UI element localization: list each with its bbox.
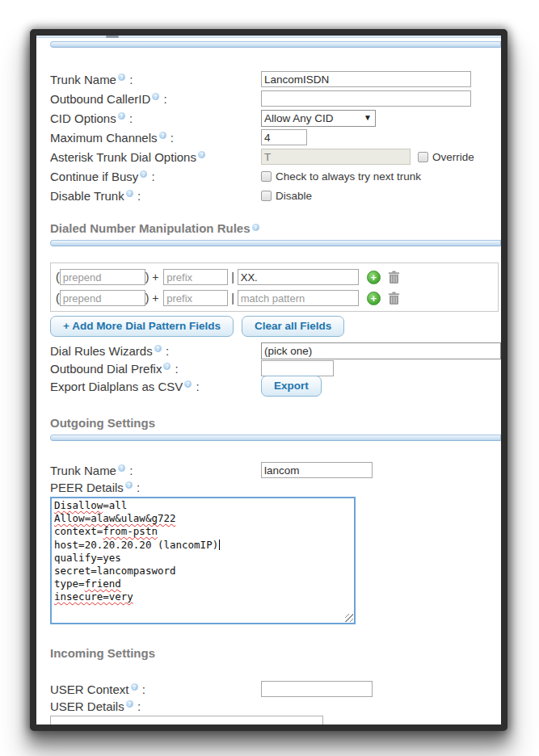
help-icon[interactable]: ? xyxy=(198,151,205,158)
user-details-label-row: USER Details? : xyxy=(36,699,501,713)
outgoing-trunk-name-label: Trunk Name? : xyxy=(50,464,261,477)
dial-rules-wizards-select[interactable]: (pick one) xyxy=(261,342,501,359)
peer-details-label: PEER Details? : xyxy=(50,481,261,494)
separator: | xyxy=(228,292,237,304)
section-divider-bar xyxy=(50,41,501,48)
separator: | xyxy=(228,271,237,284)
cid-options-row: CID Options? : Allow Any CID▼ xyxy=(36,108,501,128)
peer-details-line: Disallow=all xyxy=(54,499,352,512)
trunk-config-page: Trunk Name? : Outbound CallerID? : CID O… xyxy=(36,36,501,724)
outgoing-trunk-name-row: Trunk Name? : xyxy=(36,460,501,480)
top-edge-marker xyxy=(106,36,119,38)
outbound-callerid-row: Outbound CallerID? : xyxy=(36,89,501,108)
help-icon[interactable]: ? xyxy=(152,93,159,100)
resize-handle[interactable] xyxy=(345,614,353,622)
peer-details-line: context=from-pstn xyxy=(54,525,352,538)
user-details-textarea[interactable] xyxy=(50,716,323,724)
prefix-input[interactable] xyxy=(163,290,228,306)
help-icon[interactable]: ? xyxy=(118,464,125,472)
add-row-icon[interactable]: + xyxy=(367,292,381,305)
maximum-channels-label: Maximum Channels? : xyxy=(50,131,261,145)
outbound-dial-prefix-row: Outbound Dial Prefix? : xyxy=(36,359,501,377)
help-icon[interactable]: ? xyxy=(159,132,166,139)
peer-details-line: host=20.20.20.20 (lancomIP) xyxy=(54,539,352,552)
user-context-input[interactable] xyxy=(261,681,373,697)
trunk-name-label: Trunk Name? : xyxy=(50,73,261,86)
help-icon[interactable]: ? xyxy=(131,683,138,691)
help-icon[interactable]: ? xyxy=(140,170,147,178)
help-icon[interactable]: ? xyxy=(252,224,259,231)
continue-if-busy-row: Continue if Busy? : Check to always try … xyxy=(36,166,501,186)
dial-rules-form: Dial Rules Wizards? : (pick one) Outboun… xyxy=(36,342,501,395)
peer-details-line: type=friend xyxy=(54,578,352,590)
outgoing-trunk-name-input[interactable] xyxy=(261,462,373,478)
disable-trunk-hint: Disable xyxy=(276,190,312,202)
help-icon[interactable]: ? xyxy=(184,380,192,388)
separator: ) + xyxy=(145,292,162,304)
override-label: Override xyxy=(432,151,474,163)
prefix-input[interactable] xyxy=(163,269,228,285)
help-icon[interactable]: ? xyxy=(163,363,171,370)
help-icon[interactable]: ? xyxy=(154,345,162,352)
match-pattern-input[interactable] xyxy=(238,269,359,285)
user-context-label: USER Context? : xyxy=(50,682,261,696)
maximum-channels-input[interactable] xyxy=(261,129,307,145)
continue-if-busy-hint: Check to always try next trunk xyxy=(276,170,421,183)
match-pattern-input[interactable] xyxy=(238,290,359,306)
maximum-channels-row: Maximum Channels? : xyxy=(36,128,501,147)
trash-icon[interactable] xyxy=(388,292,400,305)
help-icon[interactable]: ? xyxy=(118,112,125,120)
incoming-settings-form: USER Context? : USER Details? : xyxy=(36,679,501,724)
export-dialplans-label: Export Dialplans as CSV? : xyxy=(50,380,261,393)
dialed-number-rules-heading: Dialed Number Manipulation Rules? xyxy=(50,221,501,235)
export-button[interactable]: Export xyxy=(261,376,322,397)
cid-options-label: CID Options? : xyxy=(50,111,261,125)
continue-if-busy-checkbox[interactable] xyxy=(261,171,272,182)
peer-details-textarea[interactable]: Disallow=allAllow=alaw&ulaw&g722context=… xyxy=(50,497,356,624)
disable-trunk-label: Disable Trunk? : xyxy=(50,189,261,203)
separator: ) + xyxy=(145,271,162,284)
outbound-dial-prefix-label: Outbound Dial Prefix? : xyxy=(50,362,261,376)
dial-rules-wizards-row: Dial Rules Wizards? : (pick one) xyxy=(36,342,501,359)
prepend-input[interactable] xyxy=(60,269,145,285)
dial-pattern-row: () + | + xyxy=(56,268,493,286)
help-icon[interactable]: ? xyxy=(126,700,133,708)
dial-pattern-rules-box: () + | + () + | + xyxy=(50,262,499,312)
peer-details-line: Allow=alaw&ulaw&g722 xyxy=(54,512,352,525)
peer-details-line: secret=lancompasword xyxy=(54,565,352,578)
prepend-input[interactable] xyxy=(60,290,145,306)
continue-if-busy-label: Continue if Busy? : xyxy=(50,170,261,183)
dial-options-input xyxy=(261,149,411,165)
dial-options-row: Asterisk Trunk Dial Options? Override xyxy=(36,147,501,166)
top-edge-strip xyxy=(36,36,501,38)
dial-rules-wizards-label: Dial Rules Wizards? : xyxy=(50,344,261,358)
help-icon[interactable]: ? xyxy=(126,190,133,197)
general-settings-form: Trunk Name? : Outbound CallerID? : CID O… xyxy=(36,69,501,205)
outgoing-settings-form: Trunk Name? : PEER Details? : Disallow=a… xyxy=(36,460,501,624)
screenshot-frame: Trunk Name? : Outbound CallerID? : CID O… xyxy=(30,29,507,731)
user-context-row: USER Context? : xyxy=(36,679,501,699)
incoming-settings-heading: Incoming Settings xyxy=(50,646,501,660)
help-icon[interactable]: ? xyxy=(118,74,125,81)
trash-icon[interactable] xyxy=(388,271,400,284)
outbound-callerid-label: Outbound CallerID? : xyxy=(50,92,261,106)
add-row-icon[interactable]: + xyxy=(367,271,381,284)
user-details-label: USER Details? : xyxy=(50,699,261,713)
cid-options-select[interactable]: Allow Any CID xyxy=(261,110,376,127)
outbound-dial-prefix-input[interactable] xyxy=(261,360,334,376)
disable-trunk-checkbox[interactable] xyxy=(261,191,272,201)
section-divider-bar xyxy=(50,240,501,246)
outbound-callerid-input[interactable] xyxy=(261,90,471,107)
export-dialplans-row: Export Dialplans as CSV? : Export xyxy=(36,377,501,395)
add-dial-pattern-button[interactable]: + Add More Dial Pattern Fields xyxy=(50,316,234,337)
trunk-name-input[interactable] xyxy=(261,71,471,87)
peer-details-label-row: PEER Details? : xyxy=(36,480,501,494)
peer-details-line: qualify=yes xyxy=(54,552,352,565)
peer-details-line: insecure=very xyxy=(54,590,352,603)
help-icon[interactable]: ? xyxy=(125,481,133,489)
clear-all-fields-button[interactable]: Clear all Fields xyxy=(242,316,344,337)
dial-options-label: Asterisk Trunk Dial Options? xyxy=(50,150,261,164)
text-caret xyxy=(219,540,220,550)
outgoing-settings-heading: Outgoing Settings xyxy=(50,416,501,430)
override-checkbox[interactable] xyxy=(418,152,428,162)
